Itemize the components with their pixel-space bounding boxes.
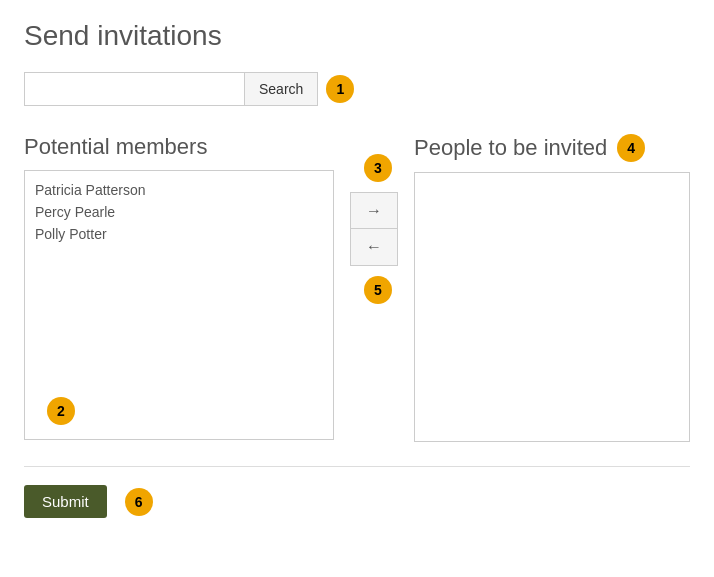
move-right-button[interactable]: → bbox=[351, 193, 397, 229]
potential-members-list[interactable]: Patricia Patterson Percy Pearle Polly Po… bbox=[24, 170, 334, 440]
search-button[interactable]: Search bbox=[244, 72, 318, 106]
invited-col: People to be invited 4 bbox=[414, 134, 690, 442]
search-input[interactable] bbox=[24, 72, 244, 106]
page-title: Send invitations bbox=[24, 20, 690, 52]
badge-6: 6 bbox=[125, 488, 153, 516]
badge-2: 2 bbox=[47, 397, 75, 425]
invited-header: People to be invited 4 bbox=[414, 134, 645, 162]
invited-label: People to be invited bbox=[414, 135, 607, 161]
list-item[interactable]: Patricia Patterson bbox=[35, 179, 323, 201]
potential-members-label: Potential members bbox=[24, 134, 207, 160]
invited-list[interactable] bbox=[414, 172, 690, 442]
badge-1: 1 bbox=[326, 75, 354, 103]
move-left-button[interactable]: ← bbox=[351, 229, 397, 265]
arrow-buttons: → ← bbox=[350, 192, 398, 266]
divider bbox=[24, 466, 690, 467]
footer-row: Submit 6 bbox=[24, 485, 690, 518]
middle-col: 3 → ← 5 bbox=[334, 154, 414, 304]
list-item[interactable]: Polly Potter bbox=[35, 223, 323, 245]
badge-3: 3 bbox=[364, 154, 392, 182]
potential-members-col: Potential members Patricia Patterson Per… bbox=[24, 134, 334, 440]
main-columns: Potential members Patricia Patterson Per… bbox=[24, 134, 690, 442]
list-item[interactable]: Percy Pearle bbox=[35, 201, 323, 223]
badge-4: 4 bbox=[617, 134, 645, 162]
submit-button[interactable]: Submit bbox=[24, 485, 107, 518]
badge-5: 5 bbox=[364, 276, 392, 304]
search-row: Search 1 bbox=[24, 72, 690, 106]
